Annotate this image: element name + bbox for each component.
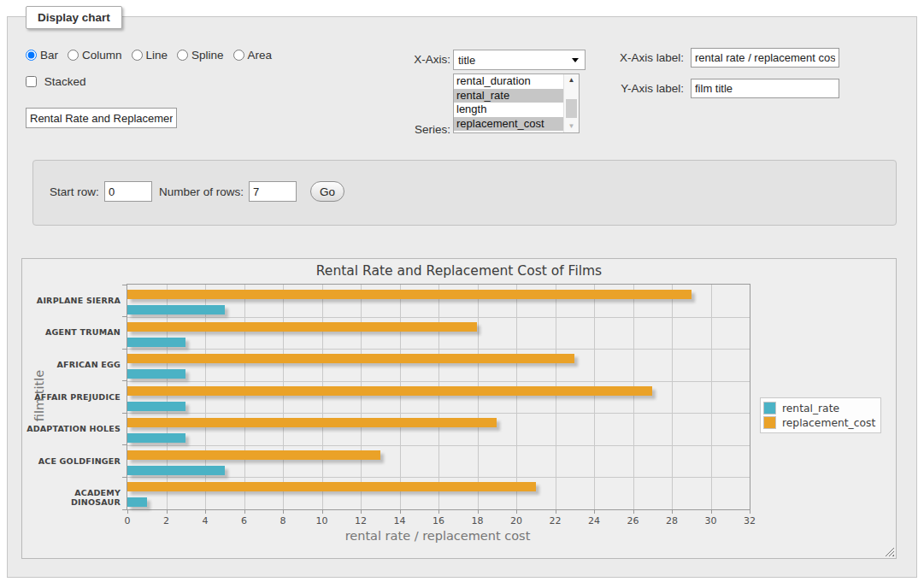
x-axis-tick	[516, 509, 517, 514]
gridline	[556, 285, 556, 509]
bar-replacement_cost	[127, 418, 497, 427]
chart-type-radio-bar[interactable]	[26, 50, 37, 61]
category-label: ADAPTATION HOLES	[23, 424, 121, 433]
gridline	[205, 285, 206, 509]
start-row-input[interactable]	[104, 181, 152, 202]
resize-handle-icon[interactable]	[885, 547, 894, 556]
bar-rental_rate	[127, 497, 147, 507]
x-axis-label-input[interactable]	[691, 48, 839, 68]
chart-type-radio-column[interactable]	[68, 50, 79, 61]
bar-replacement_cost	[127, 290, 692, 299]
chart-type-option-column[interactable]: Column	[68, 49, 122, 62]
series-listbox[interactable]: rental_durationrental_ratelengthreplacem…	[453, 73, 580, 133]
x-tick-label: 30	[698, 515, 724, 526]
x-axis-tick	[283, 509, 284, 514]
x-tick-label: 14	[387, 515, 413, 526]
page: Display chart BarColumnLineSplineArea St…	[0, 0, 924, 582]
chart-plot-area: AIRPLANE SIERRAAGENT TRUMANAFRICAN EGGAF…	[127, 284, 750, 510]
scroll-down-icon[interactable]: ▼	[564, 121, 579, 132]
start-row-label: Start row:	[50, 185, 99, 198]
chart-type-radio-spline[interactable]	[177, 50, 188, 61]
category-label: AGENT TRUMAN	[23, 327, 121, 337]
gridline	[127, 381, 750, 382]
number-of-rows-input[interactable]	[249, 181, 297, 202]
x-tick-label: 8	[270, 515, 296, 526]
x-axis-tick	[750, 509, 750, 514]
gridline	[438, 285, 439, 509]
gridline	[361, 285, 362, 509]
chart-type-option-spline[interactable]: Spline	[177, 49, 224, 62]
x-axis-tick	[478, 509, 479, 514]
series-option-rental_duration[interactable]: rental_duration	[454, 74, 565, 89]
gridline	[400, 285, 401, 509]
series-option-replacement_cost[interactable]: replacement_cost	[454, 117, 565, 132]
chart-type-radio-label: Area	[248, 49, 273, 62]
chart-type-radio-group: BarColumnLineSplineArea	[26, 49, 281, 62]
stacked-label: Stacked	[44, 75, 86, 88]
go-button[interactable]: Go	[310, 181, 344, 202]
legend-label: replacement_cost	[782, 417, 875, 429]
stacked-checkbox-row[interactable]: Stacked	[26, 75, 86, 88]
gridline	[711, 285, 712, 509]
series-option-length[interactable]: length	[454, 103, 565, 117]
bar-rental_rate	[127, 433, 185, 443]
series-listbox-label: Series:	[368, 123, 450, 136]
x-axis-tick	[594, 509, 595, 514]
gridline	[127, 477, 750, 478]
bar-rental_rate	[127, 305, 225, 315]
x-axis-label-field-label: X-Axis label:	[598, 51, 684, 64]
x-tick-label: 6	[232, 515, 257, 526]
bar-replacement_cost	[127, 386, 652, 396]
y-axis-tick	[122, 285, 127, 285]
gridline	[127, 445, 750, 446]
legend-swatch-replacement_cost	[763, 416, 776, 429]
chart-type-radio-area[interactable]	[233, 50, 244, 61]
series-listbox-scrollbar[interactable]: ▲ ▼	[563, 74, 579, 132]
x-tick-label: 18	[465, 515, 491, 526]
category-label: AIRPLANE SIERRA	[23, 296, 121, 305]
chart-title-input[interactable]	[26, 108, 177, 128]
y-axis-label-input[interactable]	[691, 79, 839, 98]
series-option-rental_rate[interactable]: rental_rate	[454, 89, 565, 103]
x-axis-tick	[127, 509, 128, 514]
chart-type-radio-line[interactable]	[132, 50, 143, 61]
bar-replacement_cost	[127, 322, 477, 332]
scroll-up-icon[interactable]: ▲	[564, 74, 579, 86]
gridline	[127, 413, 750, 414]
category-label: ACADEMY DINOSAUR	[23, 488, 121, 507]
chart-type-option-area[interactable]: Area	[233, 49, 273, 62]
stacked-checkbox[interactable]	[26, 76, 37, 87]
legend-label: rental_rate	[782, 403, 839, 414]
x-tick-label: 20	[503, 515, 529, 526]
gridline	[594, 285, 595, 509]
legend-item: replacement_cost	[763, 416, 875, 429]
x-axis-tick	[322, 509, 323, 514]
chart-type-radio-label: Column	[82, 49, 122, 62]
legend-item: rental_rate	[763, 402, 875, 414]
x-axis-tick	[556, 509, 556, 514]
x-axis-select[interactable]: title	[453, 50, 586, 70]
x-axis-tick	[711, 509, 712, 514]
y-axis-tick	[122, 349, 127, 350]
y-axis-tick	[122, 477, 127, 478]
x-axis-tick	[400, 509, 401, 514]
x-tick-label: 26	[621, 515, 646, 526]
chart-container: Rental Rate and Replacement Cost of Film…	[21, 258, 897, 559]
chart-type-option-line[interactable]: Line	[132, 49, 168, 62]
gridline	[167, 285, 168, 509]
gridline	[478, 285, 479, 509]
gridline	[322, 285, 323, 509]
scrollbar-thumb[interactable]	[566, 99, 577, 118]
x-axis-tick	[205, 509, 206, 514]
x-axis-tick	[633, 509, 634, 514]
gridline	[127, 349, 750, 350]
category-label: ACE GOLDFINGER	[23, 456, 121, 466]
gridline	[283, 285, 284, 509]
x-axis-selected-value: title	[458, 54, 475, 67]
x-axis-tick	[361, 509, 362, 514]
y-axis-tick	[122, 509, 127, 510]
category-label: AFRICAN EGG	[23, 360, 121, 369]
number-of-rows-label: Number of rows:	[159, 185, 244, 198]
chart-type-option-bar[interactable]: Bar	[26, 49, 58, 62]
bar-rental_rate	[127, 369, 185, 379]
